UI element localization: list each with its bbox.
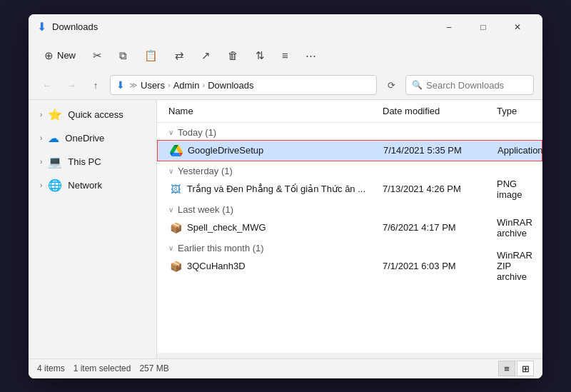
sidebar: › ⭐ Quick access › ☁ OneDrive › 💻 This P… xyxy=(29,100,157,358)
table-row[interactable]: GoogleDriveSetup 7/14/2021 5:35 PM Appli… xyxy=(157,140,542,161)
new-icon: ⊕ xyxy=(44,49,54,62)
table-row[interactable]: 📦 3QCuHanh3D 7/1/2021 6:03 PM WinRAR ZIP… xyxy=(157,256,542,277)
forward-icon: → xyxy=(67,80,76,91)
png-icon: 🖼 xyxy=(168,182,183,196)
group-chevron-icon: ∨ xyxy=(168,244,173,252)
search-icon: 🔍 xyxy=(412,80,423,90)
col-header-name[interactable]: Name xyxy=(168,106,383,116)
delete-button[interactable]: 🗑 xyxy=(221,44,246,67)
group-today: ∨ Today (1) xyxy=(157,123,542,140)
refresh-icon: ⟳ xyxy=(388,80,395,91)
file-name: Trắng và Đen Phẳng & Tối giản Thức ăn ..… xyxy=(187,184,365,194)
file-name: Spell_check_MWG xyxy=(187,222,266,233)
group-chevron-icon: ∨ xyxy=(168,206,173,213)
up-button[interactable]: ↑ xyxy=(86,75,106,95)
table-row[interactable]: 🖼 Trắng và Đen Phẳng & Tối giản Thức ăn … xyxy=(157,179,542,200)
group-earlier: ∨ Earlier this month (1) xyxy=(157,238,542,256)
file-date: 7/14/2021 5:35 PM xyxy=(383,145,497,156)
file-name-cell: 📦 Spell_check_MWG xyxy=(168,221,383,235)
toolbar: ⊕ New ✂ ⧉ 📋 ⇄ ↗ 🗑 ⇅ ≡ ⋯ xyxy=(29,40,542,71)
refresh-button[interactable]: ⟳ xyxy=(381,75,401,95)
title-bar-title: Downloads xyxy=(52,21,433,32)
file-name-cell: 📦 3QCuHanh3D xyxy=(168,259,383,273)
file-name: GoogleDriveSetup xyxy=(188,145,263,156)
group-lastweek: ∨ Last week (1) xyxy=(157,200,542,217)
breadcrumb-users[interactable]: Users xyxy=(141,80,165,91)
breadcrumb-drive-icon: ⬇ xyxy=(116,79,125,91)
file-type: Application xyxy=(497,145,542,156)
new-label: New xyxy=(57,50,76,61)
sidebar-item-quick-access[interactable]: › ⭐ Quick access xyxy=(31,104,153,126)
close-button[interactable]: ✕ xyxy=(501,16,534,39)
share-button[interactable]: ↗ xyxy=(194,44,218,67)
view-buttons: ≡ ⊞ xyxy=(498,361,534,376)
file-type: WinRAR archive xyxy=(497,217,532,238)
computer-icon: 💻 xyxy=(48,155,62,169)
paste-button[interactable]: 📋 xyxy=(137,44,165,67)
large-icons-view-button[interactable]: ⊞ xyxy=(517,361,534,376)
file-type: WinRAR ZIP archive xyxy=(497,250,532,282)
copy-icon: ⧉ xyxy=(119,49,127,62)
rar-icon: 📦 xyxy=(168,259,183,273)
col-header-date[interactable]: Date modified xyxy=(383,106,497,116)
file-name-cell: GoogleDriveSetup xyxy=(169,144,383,158)
cloud-icon: ☁ xyxy=(48,131,59,145)
sort-button[interactable]: ⇅ xyxy=(248,44,272,67)
sidebar-label-onedrive: OneDrive xyxy=(65,133,104,144)
group-yesterday: ∨ Yesterday (1) xyxy=(157,161,542,179)
rar-icon: 📦 xyxy=(168,221,183,235)
breadcrumb[interactable]: ⬇ ≫ Users › Admin › Downloads xyxy=(110,75,377,95)
gdrive-icon xyxy=(169,144,183,158)
status-size: 257 MB xyxy=(139,363,168,373)
cut-icon: ✂ xyxy=(93,49,102,62)
title-bar-icon: ⬇ xyxy=(37,20,46,34)
title-bar: ⬇ Downloads – □ ✕ xyxy=(29,14,542,40)
sidebar-item-this-pc[interactable]: › 💻 This PC xyxy=(31,151,153,174)
group-earlier-label: Earlier this month (1) xyxy=(178,243,264,253)
column-headers: Name Date modified Type xyxy=(157,100,542,123)
breadcrumb-downloads[interactable]: Downloads xyxy=(208,80,253,91)
file-name: 3QCuHanh3D xyxy=(187,261,246,271)
file-date: 7/13/2021 4:26 PM xyxy=(383,184,497,194)
cut-button[interactable]: ✂ xyxy=(86,44,109,67)
col-header-type[interactable]: Type xyxy=(497,106,531,116)
file-explorer-window: ⬇ Downloads – □ ✕ ⊕ New ✂ ⧉ 📋 ⇄ ↗ 🗑 xyxy=(29,14,542,378)
details-view-button[interactable]: ≡ xyxy=(498,361,515,376)
group-chevron-icon: ∨ xyxy=(168,129,173,136)
sort-icon: ⇅ xyxy=(256,49,265,62)
status-bar: 4 items 1 item selected 257 MB ≡ ⊞ xyxy=(29,358,542,378)
group-yesterday-label: Yesterday (1) xyxy=(178,166,233,176)
file-name-cell: 🖼 Trắng và Đen Phẳng & Tối giản Thức ăn … xyxy=(168,182,383,196)
sidebar-item-onedrive[interactable]: › ☁ OneDrive xyxy=(31,127,153,150)
forward-button[interactable]: → xyxy=(61,75,81,95)
maximize-button[interactable]: □ xyxy=(467,16,500,39)
scrollbar[interactable] xyxy=(157,353,542,358)
table-row[interactable]: 📦 Spell_check_MWG 7/6/2021 4:17 PM WinRA… xyxy=(157,217,542,238)
search-box[interactable]: 🔍 xyxy=(405,75,534,95)
view-icon: ≡ xyxy=(282,49,288,61)
chevron-icon: › xyxy=(40,158,42,166)
back-icon: ← xyxy=(43,80,52,91)
minimize-button[interactable]: – xyxy=(433,16,465,39)
copy-button[interactable]: ⧉ xyxy=(112,44,134,67)
paste-icon: 📋 xyxy=(144,49,158,62)
more-button[interactable]: ⋯ xyxy=(298,44,323,67)
more-icon: ⋯ xyxy=(305,49,316,62)
chevron-icon: › xyxy=(40,134,42,142)
view-button[interactable]: ≡ xyxy=(275,44,295,67)
address-bar: ← → ↑ ⬇ ≫ Users › Admin › Downloads ⟳ 🔍 xyxy=(29,71,542,100)
network-icon: 🌐 xyxy=(48,179,62,192)
breadcrumb-admin[interactable]: Admin xyxy=(173,80,200,91)
sidebar-label-quick-access: Quick access xyxy=(68,109,123,120)
new-button[interactable]: ⊕ New xyxy=(37,44,83,67)
group-lastweek-label: Last week (1) xyxy=(178,204,233,215)
up-icon: ↑ xyxy=(94,80,98,91)
search-input[interactable] xyxy=(426,80,527,91)
back-button[interactable]: ← xyxy=(37,75,57,95)
sidebar-item-network[interactable]: › 🌐 Network xyxy=(31,174,153,197)
star-icon: ⭐ xyxy=(48,108,62,121)
main-area: › ⭐ Quick access › ☁ OneDrive › 💻 This P… xyxy=(29,100,542,358)
title-bar-controls: – □ ✕ xyxy=(433,16,534,39)
file-type: PNG image xyxy=(497,179,531,200)
move-button[interactable]: ⇄ xyxy=(168,44,191,67)
